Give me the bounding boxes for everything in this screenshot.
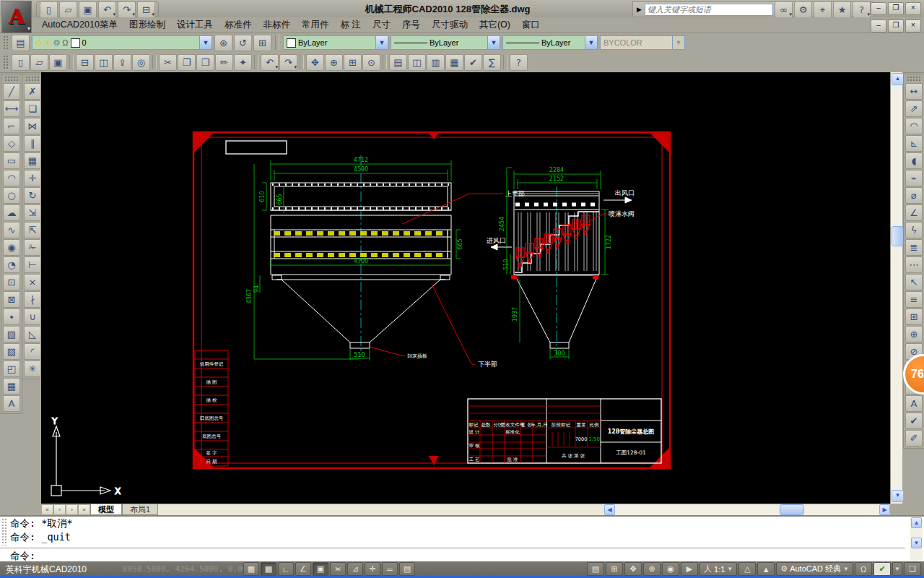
status-menu-button[interactable]: ▼ <box>892 562 902 576</box>
polyline-button[interactable]: ⌐ <box>3 118 20 134</box>
layer-thaw-sun-icon[interactable]: ☀ <box>44 39 51 47</box>
dimension-style-button[interactable]: ✐ <box>905 430 923 447</box>
undo-button[interactable]: ↶▾ <box>261 54 279 71</box>
annotation-autoscale-button[interactable]: ▲ <box>757 562 775 576</box>
erase-button[interactable]: ✗ <box>24 83 41 100</box>
search-button[interactable]: ∞▾ <box>775 1 793 18</box>
save-button[interactable]: ▣ <box>49 54 67 71</box>
gradient-button[interactable]: ▧ <box>3 343 20 360</box>
minimize-button[interactable]: – <box>871 2 886 15</box>
help-button[interactable]: ?▾ <box>853 1 871 18</box>
insert-block-button[interactable]: ⊡ <box>3 274 20 290</box>
polygon-button[interactable]: ◇ <box>3 135 20 152</box>
lineweight-select[interactable]: ByLayer ▼ <box>502 35 598 50</box>
radius-dimension-button[interactable]: ◖ <box>905 152 923 169</box>
command-scroll-down-icon[interactable]: ▼ <box>911 538 922 548</box>
rectangle-button[interactable]: ▭ <box>3 152 20 169</box>
make-block-button[interactable]: ⊠ <box>3 291 20 308</box>
mirror-button[interactable]: ⋈ <box>24 118 41 134</box>
toolbar-grip[interactable] <box>907 76 921 81</box>
layer-select[interactable]: ⊙ ☀ ❂ Ω 0 ▼ <box>32 35 212 50</box>
communication-center-button[interactable]: ⚙ <box>794 1 812 18</box>
extend-button[interactable]: ⊢ <box>24 256 41 273</box>
menu-item-5[interactable]: 常用件 <box>296 17 335 33</box>
otrack-toggle[interactable]: ≍ <box>330 562 346 576</box>
menu-item-7[interactable]: 尺寸 <box>367 17 396 33</box>
menu-item-2[interactable]: 设计工具 <box>171 17 219 33</box>
ellipse-arc-button[interactable]: ◔ <box>3 256 20 273</box>
tool-palettes-button[interactable]: ▥ <box>427 54 445 71</box>
horizontal-scroll-thumb[interactable] <box>780 504 804 515</box>
doc-restore-button[interactable]: ❐ <box>888 20 904 33</box>
favorites-button[interactable]: ★ <box>833 1 851 18</box>
layer-previous-button[interactable]: ↺ <box>234 35 252 51</box>
menu-item-10[interactable]: 其它(O) <box>474 17 516 33</box>
plot-preview-button[interactable]: ◫ <box>95 54 113 71</box>
scroll-down-icon[interactable]: ▼ <box>892 490 904 502</box>
ducs-toggle[interactable]: ⊿ <box>347 562 363 576</box>
diameter-dimension-button[interactable]: ⌀ <box>905 187 923 204</box>
layer-properties-manager-button[interactable]: ▤ <box>12 35 30 51</box>
scroll-up-icon[interactable]: ▲ <box>892 73 904 85</box>
close-button[interactable]: × <box>905 2 921 15</box>
command-scrollbar[interactable]: ▲ ▼ <box>910 517 923 561</box>
chamfer-button[interactable]: ◺ <box>24 326 41 342</box>
doc-minimize-button[interactable]: – <box>871 20 886 33</box>
color-select-chevron-icon[interactable]: ▼ <box>375 36 388 49</box>
quick-properties-toggle[interactable]: ▤ <box>399 562 415 576</box>
restore-button[interactable]: ❐ <box>888 2 904 15</box>
offset-button[interactable]: ∥ <box>24 135 41 152</box>
toolbar-grip[interactable] <box>25 76 40 81</box>
arc-button[interactable]: ◠ <box>3 170 20 186</box>
model-space-button[interactable]: ▤ <box>587 562 604 576</box>
next-tab-button[interactable]: › <box>66 504 78 515</box>
polar-toggle[interactable]: ∠ <box>295 562 311 576</box>
color-select[interactable]: ByLayer ▼ <box>283 35 388 50</box>
pan-button[interactable]: ✥ <box>306 54 324 71</box>
quick-leader-button[interactable]: ↖ <box>905 274 923 290</box>
spline-button[interactable]: ∿ <box>3 222 20 238</box>
doc-close-button[interactable]: × <box>905 20 921 33</box>
revision-cloud-button[interactable]: ☁ <box>3 204 20 221</box>
open-button[interactable]: ▱ <box>59 1 77 18</box>
new-button[interactable]: ▯ <box>12 54 30 71</box>
jogged-dimension-button[interactable]: ⌁ <box>905 170 923 186</box>
lineweight-toggle[interactable]: ═ <box>382 562 398 576</box>
scroll-left-icon[interactable]: ◀ <box>604 504 615 515</box>
layer-on-bulb-icon[interactable]: ⊙ <box>35 39 42 47</box>
point-button[interactable]: ∙ <box>3 309 20 325</box>
redo-button[interactable]: ↷▾ <box>118 1 136 18</box>
layer-select-chevron-icon[interactable]: ▼ <box>199 36 212 49</box>
menu-item-9[interactable]: 尺寸驱动 <box>426 17 474 33</box>
vertical-scroll-thumb[interactable] <box>892 226 904 246</box>
annotation-visibility-button[interactable]: △ <box>738 562 756 576</box>
redo-button[interactable]: ↷▾ <box>279 54 297 71</box>
new-button[interactable]: ▯ <box>40 1 58 18</box>
prev-tab-button[interactable]: ‹ <box>53 504 66 515</box>
zoom-window-button[interactable]: ⊞ <box>344 54 362 71</box>
line-button[interactable]: ╱ <box>3 83 20 100</box>
open-button[interactable]: ▱ <box>30 54 48 71</box>
tolerance-button[interactable]: ⊞ <box>905 309 923 325</box>
pan-button[interactable]: ✥ <box>624 562 642 576</box>
menu-item-1[interactable]: 图形绘制 <box>123 17 171 33</box>
toolbar-grip[interactable] <box>3 35 8 50</box>
move-button[interactable]: ✛ <box>24 170 41 186</box>
scroll-right-icon[interactable]: ▶ <box>879 504 890 515</box>
linear-dimension-button[interactable]: ↔ <box>905 83 923 100</box>
3d-dwf-button[interactable]: ◎ <box>132 54 150 71</box>
baseline-dimension-button[interactable]: ≣ <box>905 239 923 256</box>
dimension-space-button[interactable]: ≡ <box>905 291 923 308</box>
quick-dimension-button[interactable]: ϟ <box>905 222 923 238</box>
drawing-area[interactable]: 借用件登记 描 图 描 校 旧底图总号 底图总号 签 字 日 期 <box>41 72 890 504</box>
canvas-vertical-scrollbar[interactable]: ▲ ▼ <box>890 72 902 504</box>
block-editor-button[interactable]: ✦ <box>234 54 252 71</box>
zoom-previous-button[interactable]: ⊙ <box>362 54 380 71</box>
match-properties-button[interactable]: ✏ <box>215 54 233 71</box>
properties-button[interactable]: ▤ <box>389 54 407 71</box>
hatch-button[interactable]: ▨ <box>3 326 20 342</box>
multiline-text-button[interactable]: A <box>3 395 20 412</box>
fillet-button[interactable]: ◜ <box>24 343 41 360</box>
circle-button[interactable]: ○ <box>3 187 20 204</box>
break-at-point-button[interactable]: × <box>24 274 41 290</box>
